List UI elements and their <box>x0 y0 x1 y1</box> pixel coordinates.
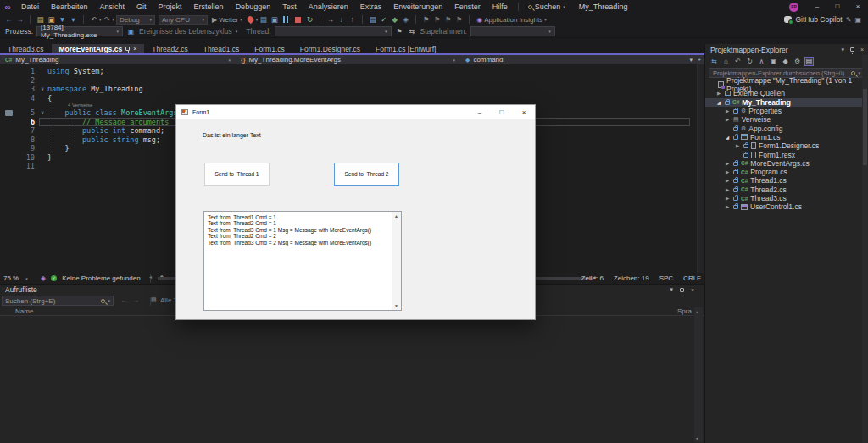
call-stack-search-input[interactable]: Suchen (Strg+E) ▾ <box>2 296 114 306</box>
hscroll-left-arrow[interactable]: ◂ <box>149 274 152 280</box>
menu-item-erstellen[interactable]: Erstellen <box>188 3 230 11</box>
nav-forward-icon[interactable]: → <box>132 296 139 304</box>
tree-item-form1-resx[interactable]: Form1.resx <box>705 150 868 158</box>
menu-item-hilfe[interactable]: Hilfe <box>487 3 514 11</box>
bookmark-4-icon[interactable]: ⚑ <box>453 14 465 25</box>
form1-window[interactable]: Form1 – □ × Das ist ein langer Text Send… <box>175 104 536 320</box>
tree-item-properties[interactable]: ▶⚙Properties <box>705 107 868 115</box>
avatar[interactable]: EP <box>789 3 798 12</box>
zoom-dropdown[interactable]: 75 % ▾ <box>3 274 36 282</box>
menu-item-analysieren[interactable]: Analysieren <box>303 3 354 11</box>
pause-button[interactable] <box>283 16 288 23</box>
refresh-icon[interactable]: ↻ <box>745 58 754 65</box>
platform-dropdown[interactable]: Any CPU▾ <box>159 15 208 25</box>
watch-window-icon[interactable]: ▤ <box>367 14 378 25</box>
github-copilot-status[interactable]: GitHub Copilot ✎ ▣ <box>784 15 861 24</box>
live-share-icon[interactable]: ◈ <box>41 274 46 282</box>
step-out-icon[interactable]: ↑ <box>347 14 358 25</box>
tab-thread2-cs[interactable]: Thread2.cs <box>144 44 196 53</box>
hot-reload-icon[interactable] <box>246 15 255 25</box>
collapsed-arrow-icon[interactable]: ▶ <box>724 204 731 209</box>
output-scrollbar[interactable]: ▲ ▼ <box>392 212 401 310</box>
form1-maximize-button[interactable]: □ <box>491 105 513 119</box>
tree-item-moreeventargs-cs[interactable]: ▶C#MoreEventArgs.cs <box>705 159 868 168</box>
menu-item-bearbeiten[interactable]: Bearbeiten <box>45 3 94 11</box>
code-line-2[interactable]: 2 <box>0 76 704 86</box>
problems-status[interactable]: Keine Probleme gefunden <box>62 274 141 282</box>
process-dropdown[interactable]: [13784] My_Threading.exe ▾ <box>36 26 123 36</box>
scroll-up-icon[interactable]: ▲ <box>394 213 398 219</box>
step-over-icon[interactable]: → <box>325 14 336 25</box>
send-to-thread1-button[interactable]: Send to Thread 1 <box>204 163 270 186</box>
switch-views-icon[interactable]: ⇆ <box>709 58 719 65</box>
menu-item-erweiterungen[interactable]: Erweiterungen <box>387 3 448 11</box>
menu-item-ansicht[interactable]: Ansicht <box>94 3 131 11</box>
restart-button[interactable]: ↻ <box>307 15 314 24</box>
menu-item-datei[interactable]: Datei <box>15 3 45 11</box>
chevron-down-icon[interactable]: ▾ <box>689 57 693 64</box>
nav-forward-icon[interactable]: → <box>14 14 25 25</box>
maximize-button[interactable]: □ <box>827 0 848 14</box>
tree-item-form1-cs[interactable]: ◢Form1.cs <box>705 133 868 141</box>
fold-arrow-icon[interactable]: ∨ <box>37 85 47 94</box>
show-diagnostics-icon[interactable]: ▣ <box>269 14 280 25</box>
language-column-header[interactable]: Spra <box>677 307 692 315</box>
column-indicator[interactable]: Zeichen: 19 <box>614 274 649 282</box>
tab-thread3-cs[interactable]: Thread3.cs <box>0 44 52 53</box>
collapsed-arrow-icon[interactable]: ▶ <box>734 143 741 148</box>
lifecycle-events-icon[interactable]: ▣ <box>126 28 136 36</box>
properties-wrench-icon[interactable]: ⚙ <box>793 58 802 65</box>
tree-item-usercontrol1-cs[interactable]: ▶UserControl1.cs <box>705 202 868 211</box>
form1-close-button[interactable]: × <box>513 105 535 119</box>
copilot-chat-icon[interactable]: ▣ <box>854 16 861 24</box>
home-icon[interactable]: ⌂ <box>721 58 731 65</box>
form1-minimize-button[interactable]: – <box>469 105 491 119</box>
expanded-arrow-icon[interactable]: ◢ <box>724 135 731 140</box>
stackframe-dropdown[interactable]: ▾ <box>470 26 555 36</box>
sync-with-active-document-icon[interactable]: ▣ <box>769 58 778 65</box>
scroll-up-icon[interactable]: ▴ <box>696 308 698 314</box>
editor-vertical-scrollbar[interactable] <box>697 64 704 273</box>
scroll-down-icon[interactable]: ▼ <box>394 303 398 308</box>
solution-explorer-title-bar[interactable]: Projektmappen-Explorer ▾ × <box>705 44 868 55</box>
collapsed-arrow-icon[interactable]: ▶ <box>724 161 731 166</box>
tab-form1-cs[interactable]: Form1.cs <box>247 44 292 53</box>
name-column-header[interactable]: Name <box>15 307 33 315</box>
solution-explorer-scrollbar[interactable] <box>862 55 868 443</box>
spaces-indicator[interactable]: SPC <box>659 274 673 282</box>
chevron-down-icon[interactable]: ▾ <box>670 286 673 293</box>
test-explorer-icon[interactable]: ✓ <box>378 14 389 25</box>
collapsed-arrow-icon[interactable]: ▶ <box>724 178 731 183</box>
bookmark-1-icon[interactable]: ⚑ <box>420 14 431 25</box>
pin-icon[interactable] <box>850 47 854 52</box>
menu-item-debuggen[interactable]: Debuggen <box>230 3 277 11</box>
breakpoints-window-icon[interactable]: ◆ <box>389 14 400 25</box>
continue-button[interactable]: ▶Weiter▾ <box>212 16 242 24</box>
line-indicator[interactable]: Zeile: 6 <box>581 274 604 282</box>
menu-item-test[interactable]: Test <box>276 3 303 11</box>
send-to-thread2-button[interactable]: Send to Thread 2 <box>334 163 399 186</box>
toggle-flagged-threads-icon[interactable]: ⇆ <box>408 28 417 36</box>
preview-selected-items-icon[interactable]: ▤ <box>804 57 814 66</box>
lifecycle-label[interactable]: Ereignisse des Lebenszyklus <box>139 27 232 36</box>
collapsed-arrow-icon[interactable]: ▶ <box>724 108 731 114</box>
tab-form1-cs--entwurf-[interactable]: Form1.cs [Entwurf] <box>368 44 443 53</box>
menu-item-projekt[interactable]: Projekt <box>153 3 188 11</box>
tree-item-my-threading[interactable]: ◢C#My_Threading <box>705 98 868 107</box>
menu-item-extras[interactable]: Extras <box>354 3 388 11</box>
collapsed-arrow-icon[interactable]: ▶ <box>724 117 731 122</box>
output-window-icon[interactable]: ◈ <box>400 14 411 25</box>
tree-item-thread2-cs[interactable]: ▶C#Thread2.cs <box>705 186 868 194</box>
search-menu[interactable]: Suchen ▾ <box>528 3 565 11</box>
breadcrumb-member[interactable]: ◆ command <box>460 55 630 64</box>
fold-arrow-icon[interactable]: ∨ <box>37 108 47 118</box>
split-editor-icon[interactable]: + <box>698 57 701 64</box>
collapse-all-icon[interactable]: ∧ <box>757 58 766 65</box>
tree-item-form1-designer-cs[interactable]: ▶Form1.Designer.cs <box>705 141 868 150</box>
eol-indicator[interactable]: CRLF <box>683 274 701 282</box>
apply-code-changes-icon[interactable]: ▤ <box>258 14 269 25</box>
tab-thread1-cs[interactable]: Thread1.cs <box>196 44 248 53</box>
tree-item-thread3-cs[interactable]: ▶C#Thread3.cs <box>705 194 868 202</box>
undo-checkout-icon[interactable]: ↶ <box>733 58 743 65</box>
close-icon[interactable]: × <box>860 47 864 53</box>
